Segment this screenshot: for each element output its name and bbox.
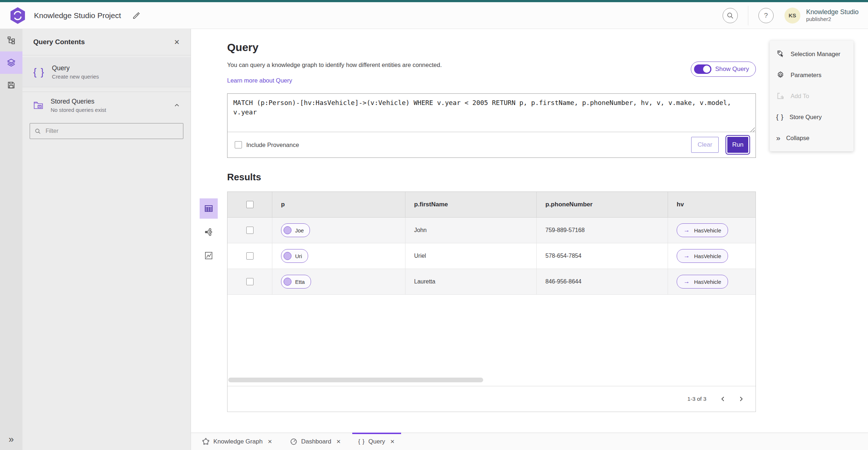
include-provenance-label: Include Provenance [246, 142, 299, 148]
close-tab-icon[interactable]: ✕ [390, 438, 396, 445]
include-provenance-option[interactable]: Include Provenance [235, 141, 299, 148]
user-block: Knowledge Studio publisher2 [806, 8, 859, 23]
learn-more-link[interactable]: Learn more about Query [227, 77, 292, 84]
braces-icon: { } [776, 113, 784, 121]
left-rail: » [0, 29, 22, 450]
close-panel-button[interactable]: ✕ [173, 37, 181, 47]
panel-title: Query Contents [33, 38, 85, 46]
pagination-range: 1-3 of 3 [687, 396, 706, 402]
cell-phone: 846-956-8644 [537, 269, 668, 294]
query-input[interactable]: MATCH (p:Person)-[hv:HasVehicle]->(v:Veh… [227, 94, 756, 132]
clear-button[interactable]: Clear [691, 137, 719, 153]
query-item-text: Query Create new queries [52, 64, 99, 80]
table-row[interactable]: Joe John 759-889-57168 →HasVehicle [227, 218, 756, 243]
stored-item-subtitle: No stored queries exist [51, 107, 106, 113]
search-button[interactable] [723, 8, 738, 23]
filter-input[interactable] [45, 127, 179, 135]
close-tab-icon[interactable]: ✕ [267, 438, 273, 445]
edge-arrow-icon: → [684, 227, 690, 234]
table-view-icon [204, 204, 213, 213]
table-view-button[interactable] [200, 198, 218, 219]
username: publisher2 [806, 16, 859, 23]
add-to-item: Add To [770, 85, 854, 106]
tab-query[interactable]: { } Query ✕ [358, 433, 395, 450]
edge-chip[interactable]: →HasVehicle [677, 275, 728, 289]
help-button[interactable]: ? [758, 8, 774, 23]
header-divider [748, 6, 748, 25]
sidebar-item-stored-queries[interactable]: Stored Queries No stored queries exist [22, 92, 191, 119]
rail-layers-button[interactable] [0, 51, 22, 74]
tab-label: Knowledge Graph [213, 438, 263, 445]
edit-title-button[interactable] [131, 10, 142, 21]
double-chevron-icon: » [776, 134, 780, 142]
table-empty-area [227, 295, 756, 386]
parameters-item[interactable]: Parameters [770, 64, 854, 85]
layers-icon [7, 58, 16, 67]
tab-knowledge-graph[interactable]: Knowledge Graph ✕ [202, 433, 273, 450]
app-logo-icon[interactable] [9, 7, 26, 25]
node-chip[interactable]: Joe [281, 223, 310, 237]
edge-label: HasVehicle [694, 253, 721, 259]
show-query-toggle[interactable] [694, 64, 711, 74]
avatar[interactable]: KS [784, 8, 800, 24]
sidebar-item-query[interactable]: { } Query Create new queries [22, 57, 191, 87]
column-header-phonenumber[interactable]: p.phoneNumber [537, 192, 668, 217]
filter-search-icon [34, 128, 41, 135]
query-actions-panel: Selection Manager Parameters Add To { } … [770, 41, 854, 151]
store-query-item[interactable]: { } Store Query [770, 106, 854, 127]
edge-label: HasVehicle [694, 279, 721, 285]
column-header-firstname[interactable]: p.firstName [405, 192, 537, 217]
previous-page-button[interactable] [716, 392, 729, 405]
chart-view-icon [204, 251, 213, 260]
tab-label: Query [369, 438, 385, 445]
pencil-icon [132, 11, 141, 20]
table-row[interactable]: Uri Uriel 578-654-7854 →HasVehicle [227, 243, 756, 269]
selection-manager-icon [776, 50, 785, 58]
intro-text: You can query a knowledge graph to ident… [227, 62, 442, 84]
selection-manager-item[interactable]: Selection Manager [770, 43, 854, 64]
edge-label: HasVehicle [694, 227, 721, 234]
select-all-checkbox[interactable] [246, 201, 254, 208]
braces-icon: { } [33, 67, 45, 78]
graph-view-button[interactable] [200, 222, 218, 242]
stored-item-title: Stored Queries [51, 98, 106, 105]
node-chip[interactable]: Etta [281, 275, 311, 289]
collapse-item[interactable]: » Collapse [770, 127, 854, 148]
edge-arrow-icon: → [684, 278, 690, 285]
collapse-stored-button[interactable] [172, 100, 182, 110]
column-header-hv[interactable]: hv [668, 192, 756, 217]
node-label: Uri [295, 253, 302, 259]
rail-expand-button[interactable]: » [0, 432, 22, 446]
show-query-pill[interactable]: Show Query [691, 62, 756, 77]
table-row[interactable]: Etta Lauretta 846-956-8644 →HasVehicle [227, 269, 756, 295]
rail-save-button[interactable] [0, 74, 22, 96]
query-footer: Include Provenance Clear Run [227, 132, 756, 157]
run-button[interactable]: Run [727, 137, 748, 153]
edge-arrow-icon: → [684, 252, 690, 260]
include-provenance-checkbox[interactable] [235, 141, 242, 148]
row-checkbox[interactable] [246, 278, 254, 285]
show-query-label: Show Query [715, 66, 749, 73]
node-chip[interactable]: Uri [281, 249, 308, 263]
column-header-p[interactable]: p [272, 192, 405, 217]
chart-view-button[interactable] [200, 245, 218, 266]
hierarchy-icon [7, 36, 16, 45]
row-checkbox[interactable] [246, 227, 254, 234]
next-page-button[interactable] [735, 392, 748, 405]
tab-label: Dashboard [301, 438, 331, 445]
tab-dashboard[interactable]: Dashboard ✕ [290, 433, 342, 450]
results-table: p p.firstName p.phoneNumber hv Joe John … [227, 192, 756, 412]
view-toolbar [200, 198, 218, 266]
horizontal-scrollbar[interactable] [228, 378, 483, 382]
chevron-up-icon [173, 102, 180, 109]
row-checkbox[interactable] [246, 252, 254, 260]
edge-chip[interactable]: →HasVehicle [677, 223, 728, 237]
rail-hierarchy-button[interactable] [0, 29, 22, 51]
edge-chip[interactable]: →HasVehicle [677, 249, 728, 263]
close-tab-icon[interactable]: ✕ [336, 438, 342, 445]
toggle-knob [703, 66, 710, 73]
bottom-tab-bar: Knowledge Graph ✕ Dashboard ✕ { } Query … [191, 433, 868, 450]
main-area: Query You can query a knowledge graph to… [191, 29, 868, 433]
collapse-label: Collapse [786, 135, 809, 142]
cell-firstname: John [405, 218, 537, 243]
